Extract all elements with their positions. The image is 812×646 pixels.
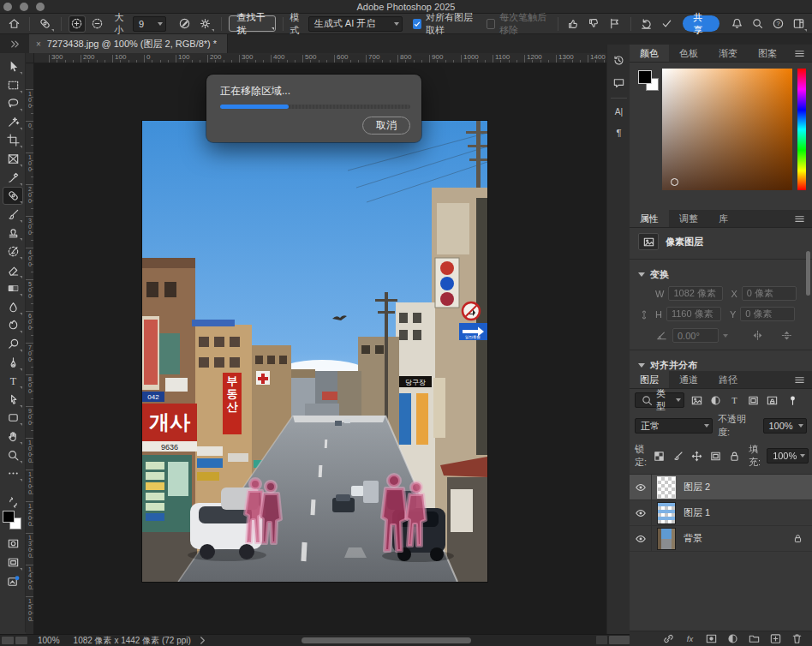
rectangle-tool[interactable] [3, 409, 23, 427]
close-window-button[interactable] [3, 3, 12, 11]
blend-mode-select[interactable]: 正常 [635, 418, 713, 434]
brush-subtract-mode-button[interactable] [89, 15, 106, 33]
panel-menu-button[interactable] [787, 210, 812, 227]
brush-pressure-button[interactable] [176, 15, 194, 33]
tab-gradients[interactable]: 渐变 [708, 45, 748, 62]
zoom-tool[interactable] [3, 446, 23, 464]
commit-button[interactable] [659, 15, 676, 33]
history-brush-tool[interactable] [3, 242, 23, 260]
layer-name[interactable]: 图层 1 [684, 506, 710, 519]
properties-scrollbar[interactable] [806, 251, 810, 296]
opacity-select[interactable]: 100% [763, 418, 808, 434]
layer-thumbnail[interactable] [657, 502, 676, 524]
layer-row[interactable]: 图层 1 [630, 500, 812, 526]
hand-tool[interactable] [3, 428, 23, 446]
flip-horizontal-icon[interactable] [751, 329, 764, 342]
window-controls[interactable] [3, 3, 45, 11]
layer-visibility-toggle[interactable] [630, 500, 652, 525]
generative-ai-button[interactable] [3, 572, 23, 590]
filter-shape-layers-icon[interactable] [747, 394, 760, 407]
tab-channels[interactable]: 通道 [669, 371, 708, 388]
type-tool[interactable]: T [3, 372, 23, 390]
lock-artboard-icon[interactable] [709, 450, 722, 463]
layer-visibility-toggle[interactable] [630, 526, 652, 551]
remove-tool[interactable] [3, 187, 23, 205]
brush-tool[interactable] [3, 206, 23, 224]
zoom-level[interactable]: 100% [38, 636, 60, 645]
swap-colors-button[interactable] [3, 495, 23, 509]
clone-stamp-tool[interactable] [3, 224, 23, 242]
remove-tool-preset-button[interactable] [37, 15, 54, 33]
new-layer-icon[interactable] [769, 632, 782, 645]
brush-settings-button[interactable] [197, 15, 214, 33]
filter-smart-objects-icon[interactable] [766, 394, 779, 407]
close-tab-icon[interactable]: × [36, 39, 41, 49]
find-distractions-button[interactable]: 查找干扰 [229, 15, 276, 32]
vertical-ruler[interactable]: 1000100200300400500600700800900100011001… [26, 63, 34, 634]
smudge-tool[interactable] [3, 316, 23, 334]
cancel-button[interactable]: 取消 [362, 117, 410, 135]
help-button[interactable]: ? [769, 15, 786, 33]
tab-paths[interactable]: 路径 [708, 371, 748, 388]
layer-visibility-toggle[interactable] [630, 475, 652, 499]
tab-libraries[interactable]: 库 [708, 210, 738, 227]
color-swatch-pair[interactable] [638, 70, 660, 93]
search-button[interactable] [749, 15, 766, 33]
tab-properties[interactable]: 属性 [630, 210, 669, 227]
foreground-background-swatches[interactable] [3, 511, 23, 531]
history-panel-button[interactable] [610, 51, 628, 69]
path-selection-tool[interactable] [3, 391, 23, 409]
lock-position-icon[interactable] [690, 450, 703, 463]
filter-type-layers-icon[interactable]: T [728, 394, 741, 407]
color-field-marker[interactable] [671, 178, 678, 186]
gradient-tool[interactable] [3, 279, 23, 297]
layer-thumbnail[interactable] [657, 528, 676, 550]
reset-button[interactable] [638, 15, 655, 33]
layer-filter-select[interactable]: 类型 [635, 392, 684, 408]
tab-adjustments[interactable]: 调整 [669, 210, 708, 227]
dodge-tool[interactable] [3, 335, 23, 353]
layer-row[interactable]: 图层 2 [630, 475, 812, 500]
comments-panel-button[interactable] [610, 74, 628, 92]
transform-section-header[interactable]: 变换 [630, 263, 812, 286]
link-layers-icon[interactable] [662, 632, 675, 645]
delete-layer-icon[interactable] [791, 632, 803, 645]
ruler-origin-corner[interactable] [26, 53, 34, 63]
layer-thumbnail[interactable] [657, 476, 676, 499]
quick-mask-button[interactable] [3, 535, 23, 553]
lock-transparent-icon[interactable] [653, 450, 666, 463]
horizontal-ruler[interactable]: 3002001000100200300400500600700800900100… [34, 53, 606, 63]
filter-adjustment-layers-icon[interactable] [709, 394, 722, 407]
filter-pixel-layers-icon[interactable] [690, 394, 703, 407]
frame-tool[interactable] [3, 150, 23, 168]
lock-paint-icon[interactable] [672, 450, 684, 463]
more-tools[interactable] [3, 464, 23, 482]
fill-select[interactable]: 100% [767, 448, 809, 464]
screen-mode-button[interactable] [3, 553, 23, 571]
pen-tool[interactable] [3, 354, 23, 372]
lasso-tool[interactable] [3, 94, 23, 112]
canvas-image[interactable]: 부동산 042 개사 9636 [142, 121, 487, 582]
lock-all-icon[interactable] [728, 450, 741, 463]
tab-color[interactable]: 颜色 [630, 45, 669, 62]
brush-add-mode-button[interactable] [69, 15, 86, 33]
blur-tool[interactable] [3, 298, 23, 316]
eyedropper-tool[interactable] [3, 169, 23, 187]
eraser-tool[interactable] [3, 261, 23, 279]
crop-tool[interactable] [3, 131, 23, 149]
minimize-window-button[interactable] [20, 3, 28, 11]
tab-patterns[interactable]: 图案 [748, 45, 787, 62]
layer-name[interactable]: 背景 [684, 532, 702, 545]
panel-menu-button[interactable] [787, 371, 812, 388]
color-field[interactable] [662, 69, 792, 190]
collapse-tools-button[interactable] [0, 34, 29, 53]
document-tab[interactable]: × 7273438.jpg @ 100% (图层 2, RGB/8*) * [29, 34, 228, 53]
hue-slider[interactable] [797, 69, 806, 190]
horizontal-scrollbar[interactable] [302, 637, 471, 643]
share-button[interactable]: 共享 [683, 15, 719, 32]
mode-select[interactable]: 生成式 AI 开启 [308, 16, 403, 32]
layer-name[interactable]: 图层 2 [684, 481, 710, 493]
sample-all-layers-checkbox[interactable]: 对所有图层取样 [413, 11, 477, 37]
layer-row[interactable]: 背景 [630, 526, 812, 552]
report-button[interactable] [606, 15, 624, 33]
